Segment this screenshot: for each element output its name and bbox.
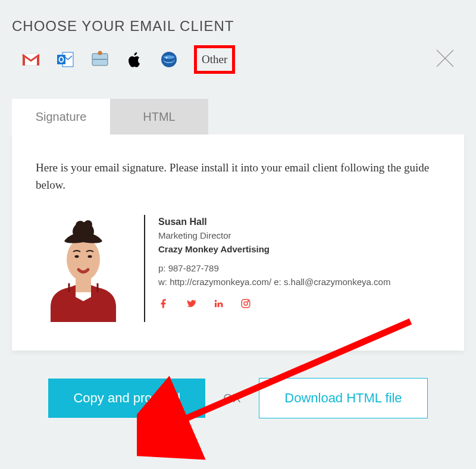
gmail-icon[interactable]	[21, 50, 40, 69]
svg-point-6	[98, 51, 102, 55]
contact-title: Marketing Director	[158, 229, 390, 243]
svg-point-17	[75, 255, 79, 258]
email-client-selector: Other	[21, 45, 464, 74]
contact-web-email-row: w: http://crazymonkeya.com/ e: s.hall@cr…	[158, 276, 390, 289]
web-label: w:	[158, 277, 167, 287]
apple-icon[interactable]	[125, 50, 144, 69]
signature-preview: Susan Hall Marketing Director Crazy Monk…	[36, 215, 440, 322]
phone-value: 987-827-789	[168, 263, 219, 273]
twitter-icon[interactable]	[186, 298, 196, 309]
email-label: e:	[274, 277, 281, 287]
social-icons	[158, 298, 390, 309]
vertical-divider	[144, 215, 145, 322]
intro-text: Here is your email signature. Please ins…	[36, 160, 440, 193]
web-value: http://crazymonkeya.com/	[170, 277, 271, 287]
email-value: s.hall@crazymonkeya.com	[284, 277, 390, 287]
action-row: Copy and proceed OR Download HTML file	[12, 378, 464, 430]
or-separator: OR	[223, 392, 241, 405]
svg-point-8	[161, 52, 177, 67]
close-icon[interactable]	[433, 46, 457, 70]
thunderbird-icon[interactable]	[159, 50, 178, 69]
facebook-icon[interactable]	[158, 298, 169, 309]
tab-html[interactable]: HTML	[110, 99, 208, 135]
contact-phone-row: p: 987-827-789	[158, 262, 390, 276]
phone-label: p:	[158, 263, 166, 273]
svg-point-15	[84, 220, 92, 229]
tab-signature[interactable]: Signature	[12, 99, 110, 135]
signature-panel: Here is your email signature. Please ins…	[12, 135, 464, 351]
download-html-button[interactable]: Download HTML file	[259, 378, 427, 418]
tabs: Signature HTML	[12, 99, 464, 135]
signature-details: Susan Hall Marketing Director Crazy Monk…	[158, 215, 390, 309]
copy-and-proceed-button[interactable]: Copy and proceed	[48, 379, 205, 418]
svg-point-14	[76, 221, 85, 230]
svg-rect-0	[23, 54, 39, 65]
contact-name: Susan Hall	[158, 215, 390, 229]
avatar	[36, 215, 131, 322]
page-title: CHOOSE YOUR EMAIL CLIENT	[12, 18, 464, 35]
svg-point-16	[67, 238, 100, 281]
svg-rect-2	[57, 55, 65, 64]
outlook-icon[interactable]	[56, 50, 75, 69]
instagram-icon[interactable]	[240, 298, 251, 309]
svg-rect-19	[76, 278, 91, 292]
svg-rect-7	[93, 59, 107, 60]
svg-point-22	[248, 301, 249, 302]
svg-point-9	[166, 57, 168, 59]
contact-company: Crazy Monkey Advertising	[158, 243, 390, 257]
apple-mail-icon[interactable]	[90, 50, 109, 69]
linkedin-icon[interactable]	[213, 298, 224, 309]
svg-point-18	[88, 255, 92, 258]
other-client-option[interactable]: Other	[194, 45, 235, 74]
svg-point-21	[244, 302, 248, 305]
